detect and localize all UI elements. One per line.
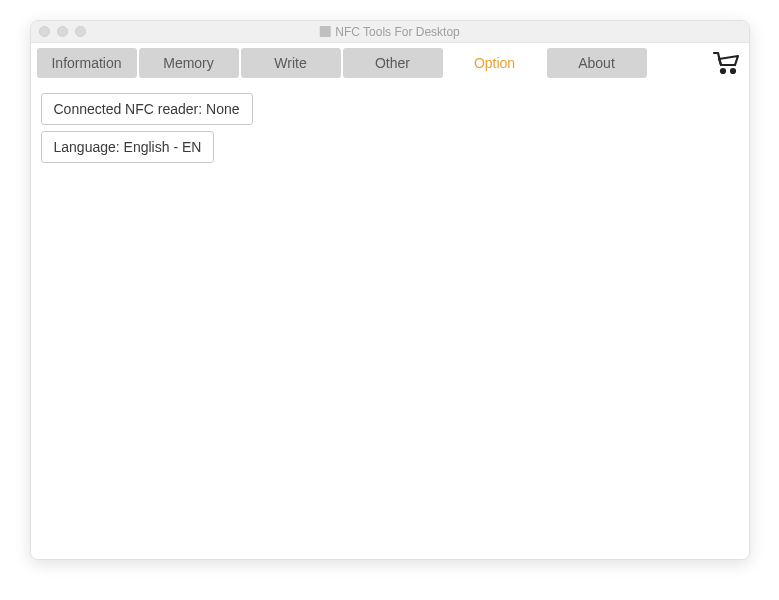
- minimize-window-button[interactable]: [57, 26, 68, 37]
- window-title: NFC Tools For Desktop: [319, 25, 459, 39]
- tab-information[interactable]: Information: [37, 48, 137, 78]
- maximize-window-button[interactable]: [75, 26, 86, 37]
- tab-option[interactable]: Option: [445, 48, 545, 78]
- app-icon: [319, 26, 330, 37]
- window-controls: [39, 26, 86, 37]
- tab-about[interactable]: About: [547, 48, 647, 78]
- cart-button[interactable]: [709, 48, 743, 78]
- close-window-button[interactable]: [39, 26, 50, 37]
- svg-point-0: [721, 69, 725, 73]
- tab-bar: Information Memory Write Other Option Ab…: [31, 43, 749, 83]
- tab-other[interactable]: Other: [343, 48, 443, 78]
- nfc-reader-option-button[interactable]: Connected NFC reader: None: [41, 93, 253, 125]
- tab-write[interactable]: Write: [241, 48, 341, 78]
- app-window: NFC Tools For Desktop Information Memory…: [30, 20, 750, 560]
- language-option-button[interactable]: Language: English - EN: [41, 131, 215, 163]
- content-area: Connected NFC reader: None Language: Eng…: [31, 83, 749, 559]
- svg-point-1: [731, 69, 735, 73]
- titlebar: NFC Tools For Desktop: [31, 21, 749, 43]
- tab-memory[interactable]: Memory: [139, 48, 239, 78]
- window-title-text: NFC Tools For Desktop: [335, 25, 459, 39]
- cart-icon: [712, 50, 740, 76]
